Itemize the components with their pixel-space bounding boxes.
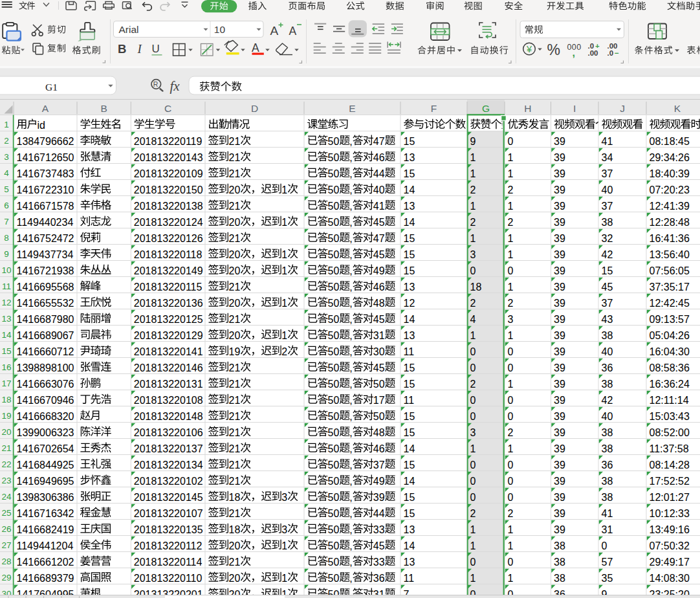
svg-text:25: 25 — [1, 508, 11, 518]
svg-text:39: 39 — [554, 411, 565, 422]
svg-text:1416716342: 1416716342 — [17, 508, 74, 519]
svg-text:21: 21 — [229, 395, 241, 406]
svg-text:21: 21 — [229, 136, 241, 147]
svg-text:,: , — [349, 427, 352, 438]
svg-text:I: I — [573, 103, 576, 114]
svg-text:,: , — [349, 152, 352, 163]
svg-text:10: 10 — [214, 24, 226, 35]
svg-text:46: 46 — [373, 443, 385, 454]
svg-text:1416661202: 1416661202 — [17, 557, 74, 568]
svg-text:08:14:28: 08:14:28 — [650, 460, 690, 471]
svg-text:201813220129: 201813220129 — [134, 330, 203, 341]
svg-text:C: C — [164, 103, 171, 114]
svg-text:43: 43 — [602, 314, 613, 325]
svg-text:1416671578: 1416671578 — [17, 201, 74, 212]
svg-text:10: 10 — [1, 265, 11, 275]
svg-text:201813220115: 201813220115 — [134, 282, 202, 293]
svg-text:1: 1 — [470, 573, 476, 584]
svg-text:,: , — [349, 379, 352, 390]
svg-text:0: 0 — [470, 476, 476, 487]
svg-text:1416689067: 1416689067 — [17, 330, 74, 341]
svg-text:,: , — [349, 443, 352, 454]
svg-text:22: 22 — [1, 460, 11, 469]
svg-text:12: 12 — [1, 298, 11, 307]
svg-text:50: 50 — [328, 540, 340, 551]
svg-text:201813220109: 201813220109 — [134, 168, 203, 179]
svg-text:1: 1 — [508, 168, 514, 179]
svg-text:50: 50 — [328, 233, 340, 244]
svg-text:39: 39 — [554, 201, 565, 212]
svg-text:1416670946: 1416670946 — [17, 395, 74, 406]
svg-text:50: 50 — [328, 201, 340, 212]
svg-text:1398306386: 1398306386 — [17, 492, 74, 503]
svg-text:39: 39 — [554, 168, 565, 179]
svg-text:.0: .0 — [607, 49, 614, 57]
svg-text:2: 2 — [508, 298, 514, 309]
svg-text:19: 19 — [1, 411, 11, 421]
svg-text:37: 37 — [602, 298, 613, 309]
svg-text:40: 40 — [602, 346, 613, 357]
svg-text:201813220145: 201813220145 — [134, 492, 203, 503]
svg-text:0: 0 — [508, 411, 514, 422]
svg-text:15: 15 — [602, 265, 613, 276]
svg-text:39: 39 — [554, 346, 565, 357]
svg-text:15: 15 — [404, 168, 415, 179]
svg-text:%: % — [547, 41, 560, 58]
svg-text:50: 50 — [328, 573, 340, 584]
svg-text:45: 45 — [602, 282, 613, 293]
svg-text:9: 9 — [4, 249, 9, 259]
svg-text:38: 38 — [602, 330, 613, 341]
svg-text:24: 24 — [1, 492, 12, 502]
svg-text:1: 1 — [281, 249, 287, 260]
svg-text:11: 11 — [404, 395, 415, 406]
svg-text:.00: .00 — [588, 49, 598, 57]
svg-text:0: 0 — [508, 395, 514, 406]
svg-text:U: U — [152, 43, 160, 55]
svg-text:201813220112: 201813220112 — [134, 540, 202, 551]
svg-text:30: 30 — [373, 346, 385, 357]
svg-text:39: 39 — [554, 136, 565, 147]
svg-text:11: 11 — [2, 282, 11, 291]
svg-text:13: 13 — [404, 201, 415, 212]
svg-text:17:52:52: 17:52:52 — [650, 476, 690, 487]
svg-text:38: 38 — [602, 217, 613, 228]
svg-text:15:03:43: 15:03:43 — [650, 411, 690, 422]
svg-text:18: 18 — [229, 492, 241, 503]
svg-text:1416682419: 1416682419 — [17, 524, 74, 535]
svg-text:1: 1 — [281, 573, 287, 584]
svg-text:50: 50 — [328, 314, 340, 325]
svg-text:A: A — [270, 24, 279, 38]
svg-text:G1: G1 — [45, 82, 58, 93]
svg-text:50: 50 — [328, 346, 340, 357]
svg-text:08:18:45: 08:18:45 — [650, 136, 690, 147]
svg-text:37: 37 — [602, 168, 613, 179]
svg-text:36: 36 — [373, 573, 385, 584]
svg-text:1416702654: 1416702654 — [17, 443, 74, 454]
svg-text:0: 0 — [470, 395, 476, 406]
svg-text:J: J — [620, 103, 625, 114]
svg-text:50: 50 — [328, 249, 340, 260]
svg-text:15: 15 — [404, 233, 415, 244]
svg-text:50: 50 — [328, 298, 340, 309]
svg-text:39: 39 — [554, 282, 565, 293]
svg-text:1: 1 — [470, 233, 476, 244]
svg-text:1: 1 — [281, 217, 287, 228]
svg-text:21: 21 — [229, 411, 241, 422]
svg-text:50: 50 — [328, 492, 340, 503]
svg-text:15: 15 — [404, 411, 415, 422]
svg-text:,: , — [349, 136, 352, 147]
svg-text:42: 42 — [602, 395, 613, 406]
svg-text:3: 3 — [470, 427, 476, 438]
svg-text:50: 50 — [328, 136, 340, 147]
svg-text:45: 45 — [373, 249, 385, 260]
svg-text:R: R — [153, 80, 159, 88]
svg-text:,: , — [349, 282, 352, 293]
svg-text:1: 1 — [508, 282, 514, 293]
svg-text:3: 3 — [281, 492, 287, 503]
svg-text:39: 39 — [554, 249, 565, 260]
svg-text:201813220124: 201813220124 — [134, 217, 203, 228]
svg-text:39: 39 — [554, 476, 565, 487]
svg-text:20: 20 — [229, 540, 241, 551]
svg-text:11: 11 — [404, 573, 415, 584]
svg-text:1416655532: 1416655532 — [17, 298, 74, 309]
